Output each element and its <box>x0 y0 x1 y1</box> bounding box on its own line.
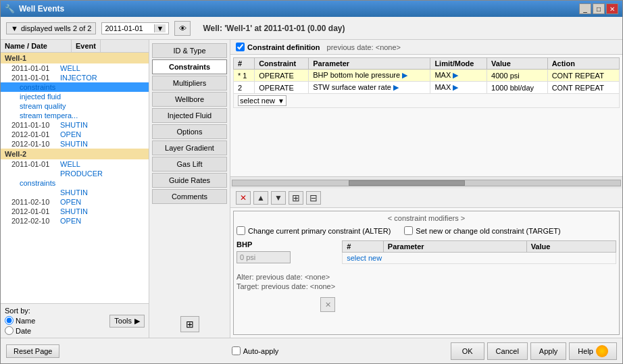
move-up-button[interactable]: ▲ <box>253 191 268 205</box>
auto-apply-checkbox[interactable] <box>232 346 241 355</box>
tab-comments[interactable]: Comments <box>152 189 227 204</box>
tab-constraints[interactable]: Constraints <box>152 59 227 74</box>
delete-icon: ✕ <box>240 193 247 203</box>
list-item[interactable]: PRODUCER <box>1 169 149 178</box>
reset-label: Reset Page <box>14 347 52 355</box>
modifier-body: BHP Alter: previous date: <none> Target:… <box>236 240 616 312</box>
select-new-arrow[interactable]: ▼ <box>278 97 284 105</box>
pin-icon: ⊞ <box>186 319 194 330</box>
move-down-button[interactable]: ▼ <box>271 191 286 205</box>
list-item[interactable]: 2011-02-10 OPEN <box>1 197 149 207</box>
constraint-header: Constraint definition previous date: <no… <box>230 40 622 55</box>
event-link[interactable]: WELL <box>60 64 80 72</box>
select-new-combo[interactable]: select new ▼ <box>238 95 286 106</box>
event-link[interactable]: SHUTIN <box>60 188 88 197</box>
delete-button[interactable]: ✕ <box>236 191 251 205</box>
filter-title-icon: 🔧 <box>5 4 15 14</box>
stream-quality-sub-item[interactable]: stream quality <box>1 101 149 111</box>
constraint-definition-checkbox[interactable]: Constraint definition <box>236 43 320 51</box>
pin-button[interactable]: ⊞ <box>180 316 199 332</box>
list-item[interactable]: 2012-01-10 SHUTIN <box>1 139 149 149</box>
tab-wellbore[interactable]: Wellbore <box>152 92 227 107</box>
paste-button[interactable]: ⊟ <box>306 191 321 205</box>
list-item[interactable]: SHUTIN <box>1 188 149 197</box>
date-selector[interactable]: 2011-01-01 ▼ <box>101 22 169 34</box>
tab-id-type[interactable]: ID & Type <box>152 43 227 58</box>
modifier-checkboxes: Change current primary constraint (ALTER… <box>236 226 616 235</box>
modifier-header-row: # Parameter Value <box>343 241 616 253</box>
event-link[interactable]: WELL <box>60 160 80 168</box>
list-item[interactable]: 2011-01-01 INJECTOR <box>1 73 149 82</box>
bhp-input[interactable] <box>236 251 291 263</box>
alter-prev-date: Alter: previous date: <none> <box>236 273 335 281</box>
table-row[interactable]: * 1 OPERATE BHP bottom hole pressure ▶ M… <box>234 70 620 82</box>
event-link[interactable]: OPEN <box>60 198 81 206</box>
reset-page-button[interactable]: Reset Page <box>6 344 59 358</box>
row-constraint: OPERATE <box>255 70 309 82</box>
bottom-buttons: OK Cancel Apply Help <box>451 342 617 360</box>
constraints-sub-item-2[interactable]: constraints <box>1 178 149 188</box>
event-link[interactable]: SHUTIN <box>60 121 88 129</box>
sort-name-radio[interactable]: Name <box>5 316 35 325</box>
list-item[interactable]: 2012-01-01 SHUTIN <box>1 207 149 216</box>
event-link[interactable]: PRODUCER <box>60 170 103 178</box>
table-row[interactable]: 2 OPERATE STW surface water rate ▶ MAX ▶… <box>234 82 620 94</box>
maximize-button[interactable]: □ <box>593 3 605 14</box>
constraints-sub-item[interactable]: constraints <box>1 82 149 92</box>
list-item[interactable]: 2012-01-01 OPEN <box>1 130 149 139</box>
target-checkbox[interactable]: Set new or change old constraint (TARGET… <box>404 226 560 235</box>
ok-button[interactable]: OK <box>451 342 484 360</box>
event-link[interactable]: OPEN <box>60 217 81 225</box>
sort-section: Sort by: Name Date <box>5 307 35 335</box>
apply-button[interactable]: Apply <box>530 342 567 360</box>
stream-temp-sub-item[interactable]: stream tempera... <box>1 111 149 120</box>
action-bar: ✕ ▲ ▼ ⊞ ⊟ <box>230 188 622 208</box>
scrollbar-track[interactable] <box>232 180 621 186</box>
auto-apply-section: Auto-apply <box>232 346 279 355</box>
ok-label: OK <box>462 347 473 355</box>
copy-button[interactable]: ⊞ <box>289 191 303 205</box>
alter-checkbox[interactable]: Change current primary constraint (ALTER… <box>236 226 391 235</box>
event-link[interactable]: OPEN <box>60 130 81 138</box>
well-events-window: 🔧 Well Events _ □ ✕ ▼ displayed wells 2 … <box>0 0 623 364</box>
tab-layer-gradient[interactable]: Layer Gradient <box>152 140 227 155</box>
tab-injected-fluid[interactable]: Injected Fluid <box>152 108 227 123</box>
injected-fluid-sub-item[interactable]: injected fluid <box>1 92 149 101</box>
mod-col-num: # <box>343 241 384 253</box>
copy-icon: ⊞ <box>292 192 300 203</box>
list-header: Name / Date Event <box>1 40 149 53</box>
row-num: 2 <box>234 82 255 94</box>
tools-button[interactable]: Tools ▶ <box>109 315 145 328</box>
bhp-section: BHP Alter: previous date: <none> Target:… <box>236 240 335 312</box>
list-item[interactable]: 2011-01-01 WELL <box>1 63 149 73</box>
event-link[interactable]: SHUTIN <box>60 207 88 215</box>
down-arrow-icon: ▼ <box>274 193 282 203</box>
row-constraint: OPERATE <box>255 82 309 94</box>
row-parameter: STW surface water rate ▶ <box>309 82 430 94</box>
list-item[interactable]: 2012-02-10 OPEN <box>1 216 149 226</box>
eye-button[interactable]: 👁 <box>174 21 191 36</box>
event-link[interactable]: INJECTOR <box>60 74 97 82</box>
modifier-select-new[interactable]: select new <box>347 254 382 262</box>
sort-date-radio[interactable]: Date <box>5 326 35 335</box>
tab-gas-lift[interactable]: Gas Lift <box>152 157 227 172</box>
help-button[interactable]: Help <box>569 342 617 360</box>
row-limit: MAX ▶ <box>430 70 487 82</box>
close-button[interactable]: ✕ <box>606 3 618 14</box>
date-dropdown-arrow[interactable]: ▼ <box>154 24 166 32</box>
cancel-button[interactable]: Cancel <box>487 342 528 360</box>
event-link[interactable]: SHUTIN <box>60 140 88 148</box>
main-content: Name / Date Event Well-1 2011-01-01 WELL… <box>1 40 622 338</box>
constraint-table-area: # Constraint Parameter Limit/Mode Value … <box>230 55 622 176</box>
minimize-button[interactable]: _ <box>579 3 591 14</box>
scrollbar-thumb[interactable] <box>349 180 465 186</box>
close-modifier-button[interactable]: ✕ <box>320 297 335 312</box>
horizontal-scrollbar[interactable] <box>230 176 622 188</box>
list-item[interactable]: 2011-01-10 SHUTIN <box>1 120 149 130</box>
tab-options[interactable]: Options <box>152 124 227 139</box>
tab-multipliers[interactable]: Multipliers <box>152 76 227 90</box>
filter-button[interactable]: ▼ displayed wells 2 of 2 <box>6 22 96 34</box>
row-action: CONT REPEAT <box>547 82 619 94</box>
tab-guide-rates[interactable]: Guide Rates <box>152 173 227 188</box>
list-item[interactable]: 2011-01-01 WELL <box>1 159 149 169</box>
